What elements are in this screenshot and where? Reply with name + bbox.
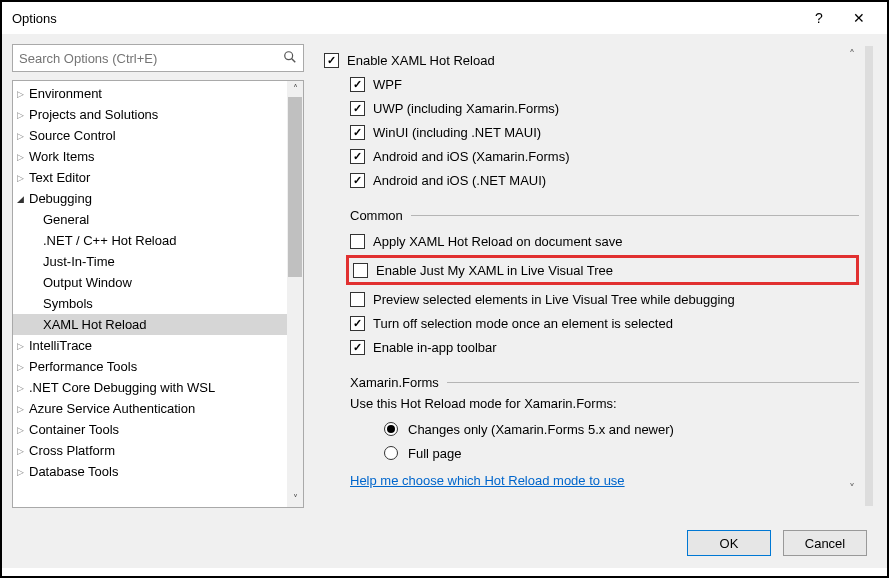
tree-item-label: General [43,212,89,227]
search-icon[interactable] [283,50,297,67]
checkbox-icon[interactable] [350,340,365,355]
common-option[interactable]: Turn off selection mode once an element … [324,311,859,335]
tree-item-label: Just-In-Time [43,254,115,269]
twist-icon[interactable] [17,403,29,414]
checkbox-icon[interactable] [350,101,365,116]
common-option[interactable]: Preview selected elements in Live Visual… [324,287,859,311]
dialog-footer: OK Cancel [2,518,887,568]
twist-icon[interactable] [17,109,29,120]
help-button[interactable]: ? [799,10,839,26]
common-option[interactable]: Enable Just My XAML in Live Visual Tree [353,259,852,281]
tree-item-debugging[interactable]: Debugging [13,188,287,209]
twist-icon[interactable] [17,172,29,183]
panel-scrollbar[interactable] [861,46,877,506]
twist-icon[interactable] [17,193,29,204]
tree-item--net-core-debugging-with-wsl[interactable]: .NET Core Debugging with WSL [13,377,287,398]
option-label: Android and iOS (.NET MAUI) [373,173,546,188]
tree-item-xaml-hot-reload[interactable]: XAML Hot Reload [13,314,287,335]
scroll-thumb[interactable] [288,97,302,277]
tree-item-environment[interactable]: Environment [13,83,287,104]
checkbox-icon[interactable] [350,173,365,188]
chevron-down-icon[interactable]: ˅ [849,482,855,496]
twist-icon[interactable] [17,151,29,162]
tree-item--net-c-hot-reload[interactable]: .NET / C++ Hot Reload [13,230,287,251]
tree-item-label: Text Editor [29,170,90,185]
checkbox-icon[interactable] [350,77,365,92]
tree-item-general[interactable]: General [13,209,287,230]
option-label: Apply XAML Hot Reload on document save [373,234,623,249]
twist-icon[interactable] [17,445,29,456]
close-button[interactable]: ✕ [839,10,879,26]
twist-icon[interactable] [17,88,29,99]
scroll-thumb[interactable] [865,46,873,506]
platform-option[interactable]: WPF [324,72,859,96]
option-label: UWP (including Xamarin.Forms) [373,101,559,116]
checkbox-icon[interactable] [350,292,365,307]
option-label: Preview selected elements in Live Visual… [373,292,735,307]
radio-icon[interactable] [384,446,398,460]
tree-item-label: Container Tools [29,422,119,437]
common-option[interactable]: Apply XAML Hot Reload on document save [324,229,859,253]
platform-option[interactable]: Android and iOS (.NET MAUI) [324,168,859,192]
radio-icon[interactable] [384,422,398,436]
tree-item-database-tools[interactable]: Database Tools [13,461,287,482]
option-label: WinUI (including .NET MAUI) [373,125,541,140]
checkbox-icon[interactable] [350,125,365,140]
tree-item-output-window[interactable]: Output Window [13,272,287,293]
platform-option[interactable]: UWP (including Xamarin.Forms) [324,96,859,120]
tree-item-just-in-time[interactable]: Just-In-Time [13,251,287,272]
tree-item-container-tools[interactable]: Container Tools [13,419,287,440]
tree-item-label: Work Items [29,149,95,164]
help-link[interactable]: Help me choose which Hot Reload mode to … [324,473,625,488]
platform-option[interactable]: Android and iOS (Xamarin.Forms) [324,144,859,168]
content-area: EnvironmentProjects and SolutionsSource … [2,34,887,518]
checkbox-icon[interactable] [353,263,368,278]
svg-line-1 [292,58,296,62]
checkbox-icon[interactable] [350,149,365,164]
checkbox-icon[interactable] [350,234,365,249]
tree-item-work-items[interactable]: Work Items [13,146,287,167]
hot-reload-mode-option[interactable]: Full page [324,441,859,465]
tree-item-intellitrace[interactable]: IntelliTrace [13,335,287,356]
scroll-up-icon[interactable]: ˄ [287,81,303,97]
option-label: Enable in-app toolbar [373,340,497,355]
tree-item-label: Environment [29,86,102,101]
left-panel: EnvironmentProjects and SolutionsSource … [12,44,304,508]
search-input[interactable] [19,51,277,66]
scroll-down-icon[interactable]: ˅ [287,491,303,507]
window-title: Options [12,11,799,26]
chevron-up-icon[interactable]: ˄ [849,48,855,62]
tree-item-label: Debugging [29,191,92,206]
common-option[interactable]: Enable in-app toolbar [324,335,859,359]
cancel-button[interactable]: Cancel [783,530,867,556]
checkbox-icon[interactable] [324,53,339,68]
platform-option[interactable]: WinUI (including .NET MAUI) [324,120,859,144]
tree-item-source-control[interactable]: Source Control [13,125,287,146]
tree-item-projects-and-solutions[interactable]: Projects and Solutions [13,104,287,125]
tree-item-label: Output Window [43,275,132,290]
twist-icon[interactable] [17,466,29,477]
twist-icon[interactable] [17,382,29,393]
tree-item-text-editor[interactable]: Text Editor [13,167,287,188]
twist-icon[interactable] [17,424,29,435]
twist-icon[interactable] [17,130,29,141]
divider [411,215,859,216]
tree-item-label: XAML Hot Reload [43,317,147,332]
search-box[interactable] [12,44,304,72]
twist-icon[interactable] [17,361,29,372]
tree-scrollbar[interactable]: ˄ ˅ [287,81,303,507]
ok-button[interactable]: OK [687,530,771,556]
tree-item-azure-service-authentication[interactable]: Azure Service Authentication [13,398,287,419]
tree-item-cross-platform[interactable]: Cross Platform [13,440,287,461]
hot-reload-mode-option[interactable]: Changes only (Xamarin.Forms 5.x and newe… [324,417,859,441]
section-label: Common [350,208,403,223]
tree-item-performance-tools[interactable]: Performance Tools [13,356,287,377]
checkbox-icon[interactable] [350,316,365,331]
option-label: Changes only (Xamarin.Forms 5.x and newe… [408,422,674,437]
twist-icon[interactable] [17,340,29,351]
enable-xaml-hot-reload[interactable]: Enable XAML Hot Reload [324,48,859,72]
section-label: Xamarin.Forms [350,375,439,390]
tree-item-symbols[interactable]: Symbols [13,293,287,314]
tree-item-label: IntelliTrace [29,338,92,353]
svg-point-0 [285,51,293,59]
